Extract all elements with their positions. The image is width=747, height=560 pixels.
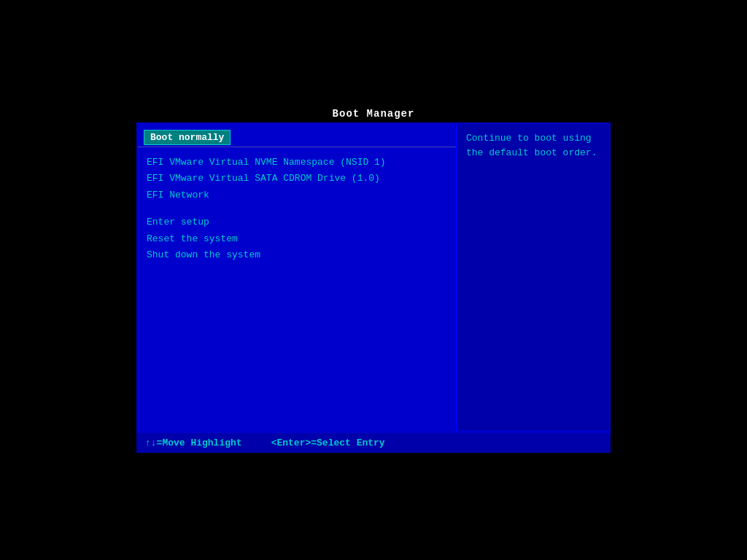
- screen-container: Boot Manager Boot normally EFI VMware Vi…: [0, 0, 747, 560]
- description-line1: Continue to boot using: [466, 133, 592, 144]
- menu-spacer: [147, 204, 447, 214]
- left-panel: Boot normally EFI VMware Virtual NVME Na…: [138, 124, 456, 430]
- panel-body: Boot normally EFI VMware Virtual NVME Na…: [138, 124, 609, 430]
- menu-item-sata[interactable]: EFI VMware Virtual SATA CDROM Drive (1.0…: [147, 171, 447, 187]
- menu-item-reset[interactable]: Reset the system: [147, 231, 447, 248]
- menu-item-shutdown[interactable]: Shut down the system: [147, 247, 447, 264]
- menu-item-nvme[interactable]: EFI VMware Virtual NVME Namespace (NSID …: [147, 155, 447, 171]
- window-title: Boot Manager: [333, 108, 415, 120]
- description-line2: the default boot order.: [466, 147, 597, 158]
- main-panel: Boot normally EFI VMware Virtual NVME Na…: [136, 122, 611, 432]
- status-move: ↑↓=Move Highlight: [145, 438, 242, 448]
- divider: [138, 147, 456, 147]
- menu-items-list: EFI VMware Virtual NVME Namespace (NSID …: [138, 155, 456, 265]
- status-select: <Enter>=Select Entry: [271, 438, 385, 448]
- selected-menu-item[interactable]: Boot normally: [144, 130, 231, 145]
- right-panel: Continue to boot using the default boot …: [456, 124, 609, 430]
- status-bar: ↑↓=Move Highlight <Enter>=Select Entry: [136, 432, 611, 453]
- menu-item-network[interactable]: EFI Network: [147, 187, 447, 204]
- menu-item-setup[interactable]: Enter setup: [147, 214, 447, 231]
